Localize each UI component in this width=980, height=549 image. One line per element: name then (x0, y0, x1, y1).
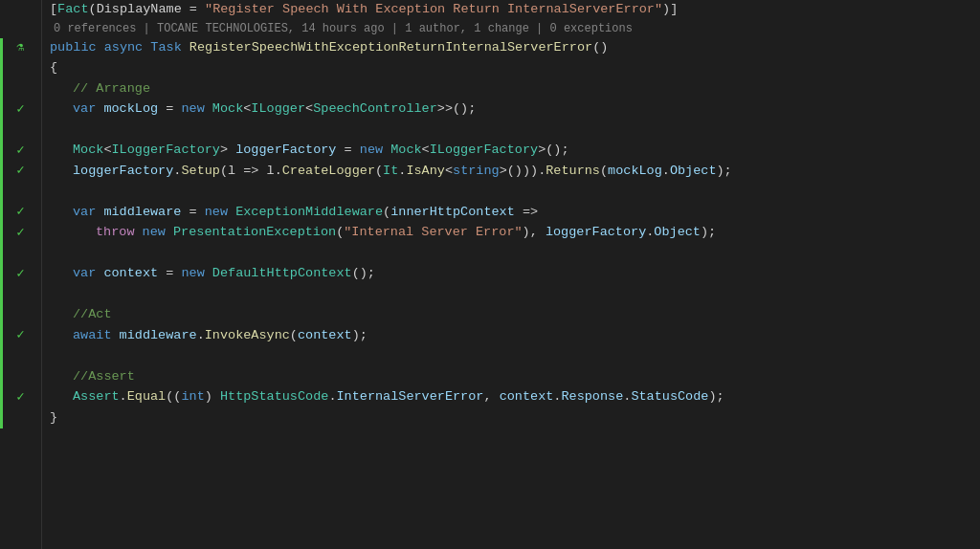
gutter-row-sig: ⚗ (0, 38, 41, 59)
prop-object: Object (670, 162, 717, 182)
green-bar (0, 121, 3, 142)
equals: = (182, 0, 205, 20)
green-bar (0, 141, 3, 162)
line-act-comment: //Act (50, 305, 980, 326)
method-isany: IsAny (406, 162, 445, 182)
display-name-attr: DisplayName (97, 0, 182, 20)
line-close-brace: } (50, 408, 980, 429)
green-bar (0, 244, 3, 265)
type-ilogger: ILogger (251, 99, 305, 120)
meta-text: 0 references | TOCANE TECHNOLOGIES, 14 h… (54, 20, 633, 38)
check-icon-await: ✓ (14, 329, 28, 342)
type-defaulthttpcontext: DefaultHttpContext (212, 264, 352, 284)
meta-references-line: 0 references | TOCANE TECHNOLOGIES, 14 h… (50, 21, 980, 38)
bracket-open: [ (50, 0, 57, 20)
fact-type: Fact (57, 0, 88, 20)
kw-new-exception: new (143, 223, 173, 243)
open-brace: { (50, 58, 57, 78)
type-iloggerfactory: ILoggerFactory (112, 141, 220, 161)
kw-new-mocklog: new (181, 99, 212, 120)
var-loggerfactory-throw: loggerFactory (546, 223, 646, 243)
display-name-value: "Register Speech With Exception Return I… (205, 0, 662, 20)
green-bar (0, 79, 3, 100)
type-mock-ilogger: Mock (212, 99, 243, 120)
green-bar (0, 408, 3, 429)
green-bar (0, 326, 3, 347)
type-httpstatuscode: HttpStatusCode (220, 387, 328, 407)
prop-response: Response (561, 387, 623, 407)
gutter-row-empty4 (0, 285, 41, 306)
type-speechcontroller: SpeechController (313, 99, 437, 120)
green-bar (0, 285, 3, 306)
gutter-row-attr (0, 0, 41, 21)
gutter-row-assert-comment (0, 367, 41, 388)
prop-object-throw: Object (654, 223, 701, 243)
gutter-row-empty1 (0, 121, 41, 142)
line-empty4 (50, 285, 980, 306)
gutter-row-await: ✓ (0, 326, 41, 347)
param-innerhttpcontext: innerHttpContext (390, 203, 515, 223)
method-invokeasync: InvokeAsync (205, 326, 290, 346)
line-middleware-decl: var middleware = new ExceptionMiddleware… (50, 203, 980, 224)
line-assert-comment: //Assert (50, 367, 980, 388)
gutter-row-brace1 (0, 58, 41, 79)
kw-new-middleware: new (205, 203, 235, 223)
line-setup: loggerFactory.Setup(l => l.CreateLogger(… (50, 162, 980, 183)
type-presentationexception: PresentationException (173, 223, 336, 243)
check-icon-context: ✓ (14, 268, 28, 281)
kw-async: async (104, 38, 151, 58)
line-open-brace: { (50, 58, 980, 79)
line-assert-equal: Assert.Equal((int) HttpStatusCode.Intern… (50, 387, 980, 408)
kw-int: int (181, 387, 204, 407)
kw-var-context: var (73, 264, 103, 284)
assert-comment: //Assert (73, 367, 135, 387)
check-icon-setup: ✓ (14, 165, 28, 178)
type-mock-iloggerfactory: Mock (73, 141, 103, 161)
gutter-row-throw: ✓ (0, 223, 41, 244)
gutter-row-act (0, 305, 41, 326)
arrange-comment: // Arrange (73, 79, 150, 99)
gutter-row-mocklog: ✓ (0, 99, 41, 121)
green-bar (0, 162, 3, 183)
method-returns: Returns (546, 162, 600, 182)
var-context-invoke: context (298, 326, 352, 346)
gutter-row-empty3 (0, 244, 41, 265)
var-context-assert: context (500, 387, 554, 407)
gutter-row-context: ✓ (0, 264, 41, 285)
gutter-row-loggerfactory: ✓ (0, 141, 41, 162)
method-parens: () (592, 38, 608, 58)
method-equal: Equal (127, 387, 167, 407)
green-bar (0, 346, 3, 367)
gutter-row-empty2 (0, 182, 41, 203)
code-editor: ⚗ ✓ ✓ (0, 0, 980, 549)
green-bar (0, 99, 3, 121)
line-empty5 (50, 346, 980, 367)
line-arrange-comment: // Arrange (50, 79, 980, 100)
gutter-row-setup: ✓ (0, 162, 41, 183)
paren-close: )] (662, 0, 678, 20)
gutter-row-arrange (0, 79, 41, 100)
act-comment: //Act (73, 305, 112, 325)
kw-var-mocklog: var (73, 99, 103, 120)
prop-statuscode: StatusCode (631, 387, 708, 407)
gutter-row-assert: ✓ (0, 387, 41, 408)
var-loggerfactory: loggerFactory (235, 141, 336, 161)
var-mocklog: mockLog (103, 99, 158, 120)
check-icon-loggerfactory: ✓ (14, 144, 28, 158)
kw-throw: throw (96, 223, 143, 243)
kw-public: public (50, 38, 104, 58)
type-exceptionmiddleware: ExceptionMiddleware (235, 203, 383, 223)
flask-icon: ⚗ (14, 41, 28, 55)
line-invoke: await middleware.InvokeAsync(context); (50, 326, 980, 347)
green-bar (0, 182, 3, 203)
check-icon-assert: ✓ (14, 391, 28, 405)
method-setup: Setup (181, 162, 220, 182)
line-method-sig: public async Task RegisterSpeechWithExce… (50, 38, 980, 59)
method-name: RegisterSpeechWithExceptionReturnInterna… (189, 38, 592, 58)
kw-new-loggerfactory: new (360, 141, 390, 161)
gutter-row-brace2 (0, 408, 41, 429)
check-icon-middleware: ✓ (14, 206, 28, 219)
line-empty2 (50, 182, 980, 203)
gutter-row-middleware: ✓ (0, 203, 41, 224)
green-bar (0, 38, 3, 59)
